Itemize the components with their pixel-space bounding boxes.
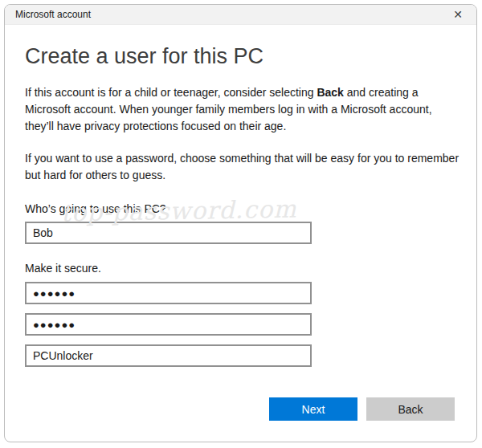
back-button[interactable]: Back — [366, 397, 455, 421]
password-hint-input[interactable] — [25, 344, 312, 367]
window-title: Microsoft account — [15, 9, 91, 20]
close-icon[interactable]: ✕ — [450, 7, 466, 22]
password-input[interactable] — [25, 282, 312, 304]
page-title: Create a user for this PC — [25, 43, 455, 70]
dialog-content: top-password.com Create a user for this … — [5, 43, 476, 421]
intro-line1-post: and creating a — [344, 86, 419, 99]
intro-line-3: they’ll have privacy protections focused… — [25, 118, 455, 135]
advice-line-1: If you want to use a password, choose so… — [25, 150, 455, 167]
username-input[interactable] — [25, 222, 312, 244]
intro-back-bold: Back — [317, 86, 343, 99]
intro-paragraph: If this account is for a child or teenag… — [25, 84, 455, 135]
username-label: Who’s going to use this PC? — [25, 201, 455, 217]
intro-line-1: If this account is for a child or teenag… — [25, 84, 455, 101]
secure-label: Make it secure. — [25, 260, 455, 276]
confirm-password-input[interactable] — [25, 313, 312, 336]
advice-line-2: but hard for others to guess. — [25, 167, 455, 184]
next-button[interactable]: Next — [269, 397, 357, 421]
intro-line1-pre: If this account is for a child or teenag… — [25, 86, 317, 99]
password-advice-paragraph: If you want to use a password, choose so… — [25, 150, 455, 184]
intro-line-2: Microsoft account. When younger family m… — [25, 101, 455, 118]
button-row: Next Back — [25, 397, 455, 421]
title-bar: Microsoft account ✕ — [5, 5, 476, 25]
create-user-dialog: Microsoft account ✕ top-password.com Cre… — [4, 4, 477, 442]
